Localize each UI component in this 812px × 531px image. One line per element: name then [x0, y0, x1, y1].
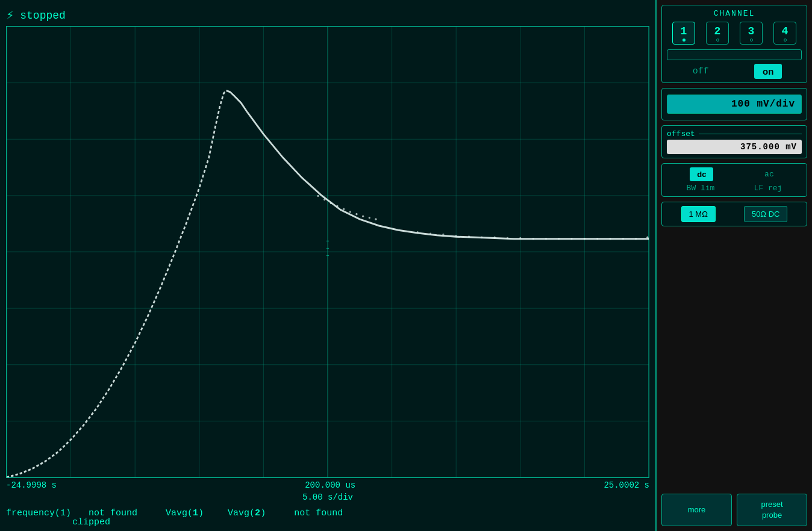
impedance-row: 1 MΩ 50Ω DC [667, 206, 802, 222]
svg-point-48 [635, 238, 637, 240]
svg-point-44 [584, 238, 586, 240]
channel-buttons: 1 2 3 4 [667, 22, 802, 45]
lf-rej-label[interactable]: LF rej [754, 184, 782, 193]
dc-button[interactable]: dc [690, 167, 713, 181]
svg-point-46 [609, 238, 611, 240]
screen-area: ⚡ stopped [0, 0, 655, 531]
bottom-row: more preset probe [661, 494, 807, 526]
svg-point-30 [375, 218, 376, 220]
svg-point-26 [349, 211, 351, 213]
preset-probe-button[interactable]: preset probe [737, 494, 807, 526]
spacer [661, 231, 807, 489]
bw-row: BW lim LF rej [667, 184, 802, 193]
right-panel: CHANNEL 1 2 3 4 off on [655, 0, 812, 531]
svg-point-28 [362, 215, 364, 217]
channel-4-button[interactable]: 4 [773, 22, 796, 45]
time-left: -24.9998 s [6, 480, 57, 490]
ac-label[interactable]: ac [760, 167, 779, 181]
svg-point-41 [545, 238, 547, 240]
vavg1-clip: clipped [72, 517, 110, 527]
off-button[interactable]: off [687, 64, 715, 79]
offset-label: offset [667, 129, 802, 138]
volts-div-display[interactable]: 100 mV/div [667, 95, 802, 114]
ch2-dot [716, 39, 719, 42]
run-icon: ⚡ [6, 7, 14, 23]
ch1-dot [682, 39, 686, 42]
channel-section: CHANNEL 1 2 3 4 off on [661, 5, 807, 83]
svg-point-34 [455, 235, 457, 237]
waveform-svg [7, 26, 649, 477]
on-off-row: off on [667, 64, 802, 79]
bw-lim-label[interactable]: BW lim [687, 184, 715, 193]
svg-point-37 [494, 237, 496, 239]
ch4-dot [784, 39, 787, 42]
ch3-dot [750, 39, 753, 42]
offset-value[interactable]: 375.000 mV [667, 140, 802, 154]
svg-point-43 [570, 238, 572, 240]
svg-point-45 [596, 238, 598, 240]
more-button[interactable]: more [661, 494, 732, 526]
channel-title: CHANNEL [667, 9, 802, 18]
volts-div-section: 100 mV/div [661, 88, 807, 120]
svg-point-47 [622, 238, 624, 240]
coupling-section: dc ac BW lim LF rej [661, 163, 807, 197]
status-bar: ⚡ stopped [0, 5, 655, 26]
svg-point-42 [558, 238, 560, 240]
svg-point-40 [532, 238, 534, 240]
svg-point-33 [442, 234, 444, 236]
impedance-section: 1 MΩ 50Ω DC [661, 202, 807, 226]
offset-section: offset 375.000 mV [661, 125, 807, 158]
time-axis: -24.9998 s 200.000 us 25.0002 s [0, 478, 655, 492]
svg-point-50 [646, 237, 648, 239]
svg-point-36 [481, 237, 483, 239]
on-button[interactable]: on [754, 64, 782, 79]
svg-point-35 [468, 235, 470, 238]
svg-point-22 [323, 199, 325, 201]
svg-point-27 [355, 213, 357, 216]
svg-point-29 [369, 217, 370, 219]
svg-point-24 [336, 205, 338, 208]
channel-3-button[interactable]: 3 [740, 22, 763, 45]
1mohm-button[interactable]: 1 MΩ [681, 206, 716, 222]
measurements-bar-2: clipped [0, 517, 655, 531]
svg-point-23 [330, 202, 332, 205]
svg-point-25 [343, 208, 345, 210]
svg-point-38 [507, 237, 508, 240]
svg-point-32 [429, 232, 431, 235]
coupling-row: dc ac [667, 167, 802, 181]
time-right: 25.0002 s [604, 480, 649, 490]
time-scale: 5.00 s/div [0, 492, 655, 505]
50ohm-button[interactable]: 50Ω DC [744, 206, 788, 222]
svg-point-21 [317, 195, 319, 197]
channel-display-bar [667, 49, 802, 60]
svg-point-31 [417, 231, 419, 234]
offset-line [699, 134, 802, 134]
svg-point-39 [519, 237, 521, 240]
time-center-value: 200.000 us [305, 480, 355, 490]
channel-1-button[interactable]: 1 [672, 22, 695, 45]
channel-2-button[interactable]: 2 [706, 22, 729, 45]
status-label: stopped [20, 10, 66, 22]
oscilloscope-screen [6, 26, 649, 478]
